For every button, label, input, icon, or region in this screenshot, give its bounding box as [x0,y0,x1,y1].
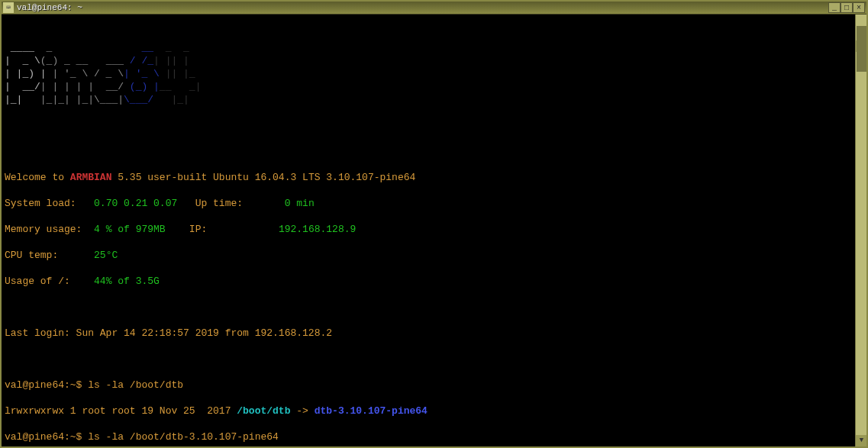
cmd-line-1: val@pine64:~$ ls -la /boot/dtb [5,379,863,392]
scrollbar[interactable]: ▲ ▼ [855,15,866,446]
scroll-down-button[interactable]: ▼ [856,435,867,446]
mem-line: Memory usage: 4 % of 979MB IP: 192.168.1… [5,223,863,236]
window-buttons: _ □ × [828,2,865,13]
window-titlebar: ⌨ val@pine64: ~ _ □ × [2,2,866,15]
ascii-art: ____ _ __ _ _ | _ \(_) _ __ ___ / /_| ||… [5,41,863,106]
cpu-line: CPU temp: 25°C [5,249,863,262]
load-line: System load: 0.70 0.21 0.07 Up time: 0 m… [5,197,863,210]
command: ls -la /boot/dtb [88,379,183,391]
minimize-button[interactable]: _ [828,2,841,13]
blank-line [5,145,863,158]
window-title: val@pine64: ~ [17,2,828,15]
ls-output-1: lrwxrwxrwx 1 root root 19 Nov 25 2017 /b… [5,404,863,417]
blank-line [5,301,863,314]
prompt: val@pine64:~$ [5,431,88,443]
blank-line [5,119,863,132]
command: ls -la /boot/dtb-3.10.107-pine64 [88,431,279,443]
scroll-thumb[interactable] [857,26,866,72]
terminal-area[interactable]: ▲ ▼ ____ _ __ _ _ | _ \(_) _ __ ___ / /_… [2,15,866,446]
last-login: Last login: Sun Apr 14 22:18:57 2019 fro… [5,327,863,340]
putty-icon: ⌨ [3,2,14,13]
welcome-line: Welcome to ARMBIAN 5.35 user-built Ubunt… [5,171,863,184]
close-button[interactable]: × [853,2,865,13]
cmd-line-2: val@pine64:~$ ls -la /boot/dtb-3.10.107-… [5,430,863,443]
disk-line: Usage of /: 44% of 3.5G [5,275,863,288]
maximize-button[interactable]: □ [841,2,853,13]
blank-line [5,353,863,366]
prompt: val@pine64:~$ [5,379,88,391]
